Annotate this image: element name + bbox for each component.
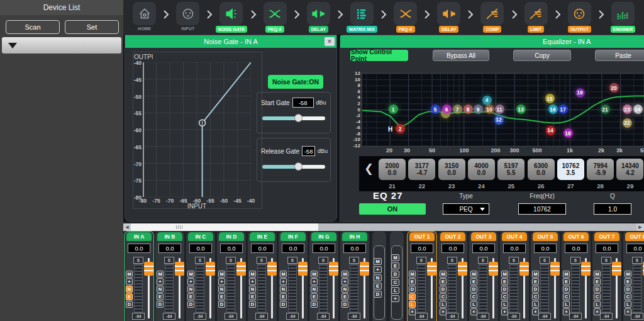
channel-button-+[interactable]: + bbox=[594, 308, 601, 315]
eq-control-point-15[interactable]: 15 bbox=[545, 94, 555, 103]
channel-button-d[interactable]: D bbox=[563, 286, 570, 293]
channel-button-m[interactable]: M bbox=[501, 271, 508, 278]
eq-on-button[interactable]: ON bbox=[359, 203, 426, 215]
scan-button[interactable]: Scan bbox=[6, 20, 60, 34]
eq-control-point-12[interactable]: 12 bbox=[494, 115, 504, 125]
channel-label[interactable]: OUT 3 bbox=[471, 232, 496, 241]
channel-gain-value[interactable]: 0.0 bbox=[343, 244, 366, 253]
channel-button-d[interactable]: D bbox=[625, 286, 631, 293]
master-button-d[interactable]: D bbox=[374, 291, 382, 298]
channel-button-d[interactable]: D bbox=[501, 286, 508, 293]
fader-handle[interactable] bbox=[267, 262, 277, 276]
channel-button-l[interactable]: L bbox=[470, 301, 477, 308]
channel-button-+[interactable]: + bbox=[440, 308, 447, 315]
toolbar-item-matrix-mix[interactable]: MATRIX MIX bbox=[345, 2, 379, 33]
channel-button-+[interactable]: + bbox=[249, 278, 256, 285]
channel-button-n[interactable]: N bbox=[187, 286, 194, 293]
channel-button-d[interactable]: D bbox=[470, 286, 477, 293]
channel-button-+[interactable]: + bbox=[625, 308, 631, 315]
copy-button[interactable]: Copy bbox=[513, 50, 571, 61]
channel-button-e[interactable]: E bbox=[157, 293, 164, 300]
channel-button-m[interactable]: M bbox=[532, 271, 539, 278]
noise-gate-plot[interactable] bbox=[143, 62, 251, 197]
eq-control-point-10[interactable]: 10 bbox=[485, 104, 494, 114]
toolbar-item-output[interactable]: OUTPUT bbox=[562, 2, 597, 33]
channel-button-e[interactable]: E bbox=[409, 278, 416, 285]
band-scroll-left-icon[interactable]: ❮ bbox=[364, 162, 374, 176]
eq-band-cell-26[interactable]: 63000.0 bbox=[528, 159, 555, 180]
channel-button-e[interactable]: E bbox=[218, 293, 225, 300]
close-icon[interactable]: ✕ bbox=[325, 37, 335, 46]
fader-handle[interactable] bbox=[360, 262, 369, 276]
channel-label[interactable]: OUT 1 bbox=[409, 232, 435, 241]
channel-gain-value[interactable]: 0.0 bbox=[313, 244, 335, 253]
paste-button[interactable]: Paste bbox=[595, 50, 644, 61]
toolbar-item-limit[interactable]: LIMIT bbox=[519, 2, 553, 33]
channel-button-e[interactable]: E bbox=[341, 293, 348, 300]
start-gate-slider[interactable] bbox=[262, 116, 325, 120]
toolbar-item-home[interactable]: HOME bbox=[127, 2, 162, 31]
eq-control-point-2[interactable]: 2 bbox=[396, 124, 405, 133]
channel-button-d[interactable]: D bbox=[187, 301, 194, 308]
master-button-m[interactable]: M bbox=[374, 258, 382, 265]
channel-button-m[interactable]: M bbox=[409, 271, 416, 278]
eq-control-point-24[interactable]: 24 bbox=[633, 104, 643, 114]
fader-handle[interactable] bbox=[612, 262, 621, 276]
eq-band-cell-21[interactable]: 20000.0 bbox=[379, 159, 406, 180]
eq-control-point-7[interactable]: 7 bbox=[453, 104, 462, 114]
channel-button-m[interactable]: M bbox=[341, 271, 348, 278]
master-button-+[interactable]: + bbox=[391, 295, 399, 302]
channel-button-d[interactable]: D bbox=[280, 301, 287, 308]
release-gate-slider[interactable] bbox=[262, 165, 325, 169]
eq-control-point-20[interactable]: 20 bbox=[609, 83, 619, 93]
channel-gain-value[interactable]: 0.0 bbox=[411, 244, 433, 253]
channel-gain-value[interactable]: 0.0 bbox=[128, 244, 150, 253]
eq-control-point-23[interactable]: 23 bbox=[623, 104, 632, 114]
channel-gain-value[interactable]: 0.0 bbox=[626, 244, 644, 253]
channel-button-e[interactable]: E bbox=[563, 278, 570, 285]
fader-handle[interactable] bbox=[427, 262, 436, 276]
channel-button-d[interactable]: D bbox=[594, 286, 601, 293]
device-dropdown[interactable] bbox=[2, 37, 121, 54]
channel-button-d[interactable]: D bbox=[341, 301, 348, 308]
eq-control-point-16[interactable]: 16 bbox=[548, 104, 558, 114]
eq-control-point-5[interactable]: 5 bbox=[431, 104, 440, 114]
channel-button-n[interactable]: N bbox=[218, 286, 225, 293]
channel-button-m[interactable]: M bbox=[249, 271, 256, 278]
eq-control-point-17[interactable]: 17 bbox=[558, 104, 568, 114]
fader-handle[interactable] bbox=[550, 262, 560, 276]
channel-button-d[interactable]: D bbox=[440, 286, 447, 293]
channel-button-c[interactable]: C bbox=[440, 293, 447, 300]
eq-control-point-11[interactable]: 11 bbox=[495, 104, 504, 114]
fader-handle[interactable] bbox=[519, 262, 529, 276]
channel-label[interactable]: IN G bbox=[311, 232, 336, 241]
channel-button-n[interactable]: N bbox=[280, 286, 287, 293]
show-control-point-button[interactable]: Show Control Point bbox=[350, 50, 408, 61]
scroll-right-icon[interactable]: ▶ bbox=[636, 223, 644, 231]
eq-control-point-22[interactable]: 22 bbox=[623, 118, 632, 128]
channel-gain-value[interactable]: 0.0 bbox=[565, 244, 587, 253]
eq-control-point-4[interactable]: 4 bbox=[482, 96, 492, 105]
channel-button-+[interactable]: + bbox=[280, 278, 287, 285]
channel-button-+[interactable]: + bbox=[218, 278, 225, 285]
channel-button-+[interactable]: + bbox=[126, 278, 133, 285]
channel-button-m[interactable]: M bbox=[280, 271, 287, 278]
channel-label[interactable]: OUT 8 bbox=[625, 232, 644, 241]
eq-control-point-14[interactable]: 14 bbox=[546, 126, 555, 135]
master-button-e[interactable]: E bbox=[391, 262, 399, 269]
toolbar-item-input[interactable]: INPUT bbox=[170, 2, 205, 31]
toolbar-item-peq-x-in[interactable]: PEQ-X bbox=[258, 2, 292, 33]
channel-button-d[interactable]: D bbox=[249, 301, 256, 308]
eq-band-cell-23[interactable]: 31500.0 bbox=[438, 159, 465, 180]
set-button[interactable]: Set bbox=[65, 20, 119, 34]
channel-button-m[interactable]: M bbox=[563, 271, 570, 278]
channel-button-l[interactable]: L bbox=[563, 301, 570, 308]
channel-button-n[interactable]: N bbox=[126, 286, 133, 293]
eq-control-point-18[interactable]: 18 bbox=[564, 128, 573, 138]
eq-band-cell-29[interactable]: 143404.2 bbox=[616, 159, 643, 180]
eq-control-point-6[interactable]: 6 bbox=[442, 104, 452, 114]
channel-button-c[interactable]: C bbox=[470, 293, 477, 300]
start-gate-slider-thumb[interactable] bbox=[294, 114, 303, 122]
channel-button-+[interactable]: + bbox=[311, 278, 318, 285]
channel-button-m[interactable]: M bbox=[157, 271, 164, 278]
